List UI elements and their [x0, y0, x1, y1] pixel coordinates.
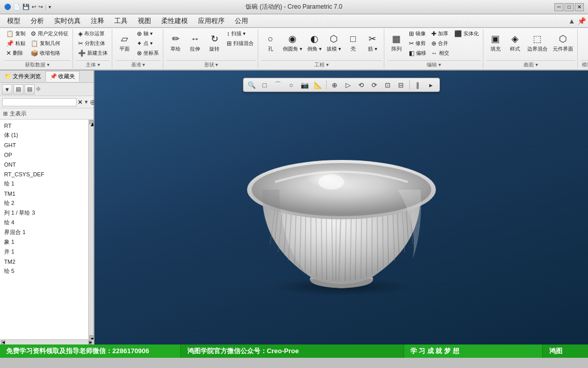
shell-button[interactable]: □ 壳	[344, 29, 362, 57]
tree-item[interactable]: 界混合 1	[0, 227, 88, 237]
menu-flexible[interactable]: 柔性建模	[156, 14, 193, 27]
boundary-blend-button[interactable]: ⬚ 边界混合	[525, 29, 550, 57]
vscroll-down[interactable]: ▼	[89, 335, 93, 339]
lp-tool-2[interactable]: ▤	[13, 84, 23, 95]
tree-area[interactable]: RT体 (1)GHTOPONTRT_CSYS_DEF绘 1TM1绘 2列 1 /…	[0, 120, 88, 339]
delete-button[interactable]: ✕ 删除	[4, 49, 28, 58]
menu-pin-icon[interactable]: 📌	[577, 17, 586, 25]
ft-parallel[interactable]: ‖	[412, 79, 424, 90]
group-label-intent[interactable]: 模型意图 ▾	[581, 60, 588, 68]
search-arrow-icon[interactable]: ▼	[84, 99, 89, 105]
ft-arrow[interactable]: ▸	[425, 79, 437, 90]
tree-item[interactable]: TM1	[0, 189, 88, 198]
hscroll-left[interactable]: ◀	[1, 340, 5, 344]
tree-item[interactable]: ONT	[0, 159, 88, 169]
hscroll-right[interactable]: ▶	[88, 340, 92, 344]
vscroll-up[interactable]: ▲	[89, 120, 93, 124]
close-button[interactable]: ✕	[575, 3, 584, 11]
ft-grid[interactable]: ⊡	[382, 79, 394, 90]
point-button[interactable]: ✦ 点 ▾	[135, 39, 161, 48]
group-label-datum[interactable]: 基准 ▾	[115, 60, 161, 68]
style-button[interactable]: ◈ 样式	[506, 29, 524, 57]
tree-item[interactable]: RT	[0, 121, 88, 130]
group-label-engineering[interactable]: 工程 ▾	[261, 60, 382, 68]
menu-model[interactable]: 模型	[2, 14, 26, 27]
menu-annotation[interactable]: 注释	[86, 14, 109, 27]
tree-item[interactable]: 绘 4	[0, 218, 88, 227]
menu-analysis[interactable]: 分析	[26, 14, 49, 27]
sweep-button[interactable]: ↕ 扫描 ▾	[225, 29, 256, 38]
plane-button[interactable]: ▱ 平面	[115, 29, 134, 57]
mirror-button[interactable]: ⊞ 镜像	[407, 29, 428, 38]
boolean-button[interactable]: ◈ 布尔运算	[76, 29, 110, 38]
coord-button[interactable]: ⊗ 坐标系	[135, 49, 161, 58]
lp-tool-1[interactable]: ▼	[2, 84, 12, 95]
component-interface-button[interactable]: ⬡ 元件界面	[551, 29, 575, 57]
ft-back[interactable]: ⟲	[355, 79, 368, 90]
menu-collapse-icon[interactable]: ▲	[568, 17, 575, 25]
offset-button[interactable]: ◧ 偏移	[407, 49, 428, 58]
minimize-button[interactable]: ─	[554, 3, 564, 11]
search-close-icon[interactable]: ✕	[78, 99, 83, 106]
chamfer-button[interactable]: ◐ 倒角 ▾	[305, 29, 324, 57]
tree-item[interactable]: 绘 5	[0, 266, 88, 276]
qa-more[interactable]: ▾	[48, 4, 51, 10]
lp-vscroll[interactable]: ▲ ▼	[88, 120, 93, 339]
new-body-button[interactable]: ➕ 新建主体	[76, 49, 110, 58]
extrude-button[interactable]: ↔ 拉伸	[186, 29, 204, 57]
group-label-body[interactable]: 主体 ▾	[76, 60, 110, 68]
lp-tool-3[interactable]: ▤	[24, 84, 35, 95]
ft-box[interactable]: □	[259, 79, 271, 90]
thicken-button[interactable]: ✚ 加厚	[429, 29, 451, 38]
merge-button[interactable]: ⊕ 合并	[429, 39, 451, 48]
menu-apps[interactable]: 应用程序	[193, 14, 230, 27]
tree-item[interactable]: 绘 2	[0, 198, 88, 208]
ft-camera[interactable]: 📷	[299, 79, 311, 90]
ft-zoom[interactable]: 🔍	[246, 79, 258, 90]
axis-button[interactable]: ⊕ 轴 ▾	[135, 29, 161, 38]
hole-button[interactable]: ○ 孔	[261, 29, 280, 57]
ft-arc[interactable]: ⌒	[272, 79, 284, 90]
menu-realtime[interactable]: 实时仿真	[49, 14, 86, 27]
draft-button[interactable]: ⬡ 拔模 ▾	[325, 29, 343, 57]
menu-tools[interactable]: 工具	[109, 14, 133, 27]
tree-item[interactable]: TM2	[0, 257, 88, 266]
group-label-edit[interactable]: 编辑 ▾	[387, 60, 481, 68]
rib-button[interactable]: ✂ 筋 ▾	[363, 29, 382, 57]
maximize-button[interactable]: □	[565, 3, 574, 11]
left-panel-scrollbar[interactable]: ◀ ▶	[0, 339, 93, 344]
tree-item[interactable]: 象 1	[0, 237, 88, 247]
ft-ruler[interactable]: 📐	[312, 79, 324, 90]
solidify-button[interactable]: ⬛ 实体化	[452, 29, 481, 38]
copy-button[interactable]: 📋 复制	[4, 29, 28, 38]
quick-access-3[interactable]: ↩	[32, 4, 36, 10]
menu-common[interactable]: 公用	[230, 14, 253, 27]
sweep-blend-button[interactable]: ⊞ 扫描混合	[225, 39, 256, 48]
menu-view[interactable]: 视图	[133, 14, 156, 27]
group-label-surface[interactable]: 曲面 ▾	[486, 60, 575, 68]
array-button[interactable]: ▦ 阵列	[387, 29, 406, 57]
round-button[interactable]: ◉ 倒圆角 ▾	[281, 29, 304, 57]
group-label-data[interactable]: 获取数据 ▾	[4, 60, 70, 68]
user-feature-button[interactable]: ⚙ 用户定义特征	[29, 29, 70, 38]
sketch-button[interactable]: ✏ 草绘	[166, 29, 185, 57]
ft-plus[interactable]: ⊕	[329, 79, 341, 90]
intersect-button[interactable]: ↔ 相交	[429, 49, 451, 58]
tree-item[interactable]: 体 (1)	[0, 130, 88, 140]
tree-item[interactable]: 列 1 / 草绘 3	[0, 208, 88, 218]
tree-item[interactable]: 并 1	[0, 247, 88, 257]
trim-button[interactable]: ✂ 修剪	[407, 39, 428, 48]
revolve-button[interactable]: ↻ 旋转	[205, 29, 224, 57]
shrink-wrap-button[interactable]: 📦 收缩包络	[29, 49, 70, 58]
ft-circle[interactable]: ○	[285, 79, 298, 90]
tree-item[interactable]: OP	[0, 150, 88, 159]
group-label-shape[interactable]: 形状 ▾	[166, 60, 256, 68]
ft-fwd[interactable]: ⟳	[369, 79, 381, 90]
tree-item[interactable]: GHT	[0, 140, 88, 150]
quick-access-1[interactable]: 📄	[13, 4, 20, 10]
ft-play[interactable]: ▷	[342, 79, 354, 90]
split-button[interactable]: ✂ 分割主体	[76, 39, 110, 48]
search-input[interactable]	[2, 98, 77, 106]
tree-item[interactable]: RT_CSYS_DEF	[0, 169, 88, 179]
copy-geo-button[interactable]: 📋 复制几何	[29, 39, 70, 48]
